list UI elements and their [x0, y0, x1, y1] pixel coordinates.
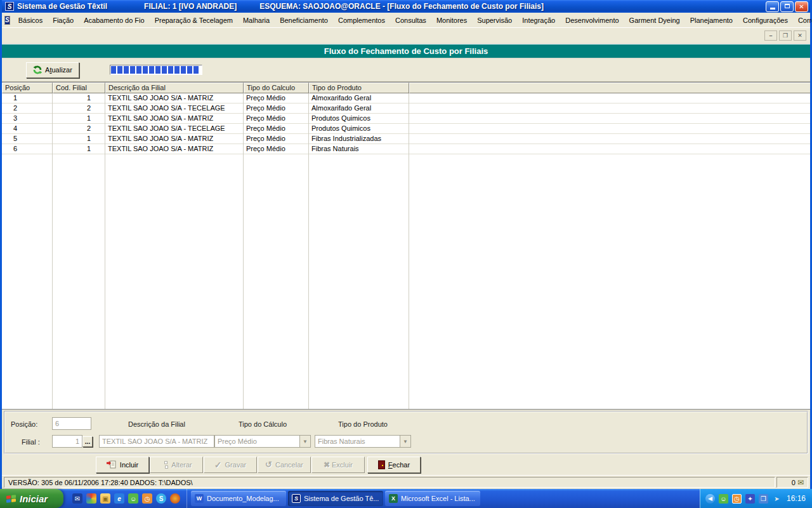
incluir-button[interactable]: Incluir — [96, 457, 149, 473]
outlook-express-icon[interactable]: ✉ — [72, 493, 82, 504]
refresh-icon — [33, 65, 42, 74]
table-row[interactable]: 6 1 TEXTIL SAO JOAO S/A - MATRIZ Preço M… — [2, 144, 810, 154]
menu-acabamento-do-fio[interactable]: Acabamento do Fio — [79, 15, 149, 26]
save-check-icon: ✓ — [214, 460, 222, 470]
filial-info: FILIAL: 1 [IVO ANDRADE] — [144, 2, 237, 11]
mdi-restore-icon[interactable]: ❐ — [779, 30, 792, 41]
progress-segment — [124, 66, 129, 74]
col-tipo-produto[interactable]: Tipo do Produto — [309, 83, 409, 93]
progress-segment — [149, 66, 154, 74]
menu-garment-dyeing[interactable]: Garment Dyeing — [624, 15, 685, 26]
progress-segment — [187, 66, 192, 74]
mdi-strip: – ❐ ✕ — [2, 28, 810, 44]
taskbar-item-sistema[interactable]: S Sistema de Gestão Tê... — [288, 491, 383, 506]
shield-icon[interactable]: ✦ — [745, 494, 755, 504]
progress-segment — [168, 66, 173, 74]
menu-preparacao-tecelagem[interactable]: Preparação & Tecelagem — [150, 15, 238, 26]
menu-planejamento[interactable]: Planejamento — [685, 15, 738, 26]
taskbar-item-excel[interactable]: X Microsoft Excel - Lista... — [385, 491, 480, 506]
progress-segment — [136, 66, 141, 74]
restore-button[interactable] — [780, 1, 794, 12]
progress-segment — [130, 66, 135, 74]
mdi-minimize-icon[interactable]: – — [764, 30, 777, 41]
folder-icon[interactable]: ▣ — [100, 493, 110, 504]
collapse-chevron-icon[interactable]: ◀ — [705, 494, 715, 504]
tipo-calculo-select[interactable]: Preço Médio ▼ — [214, 435, 311, 448]
skype-icon[interactable]: S — [156, 493, 166, 504]
descricao-field[interactable] — [99, 435, 214, 448]
menu-desenvolvimento[interactable]: Desenvolvimento — [560, 15, 624, 26]
taskbar: Iniciar ✉ ▣ e ☺ ◷ S W Documento_Modelag.… — [0, 489, 812, 508]
menu-configuracoes[interactable]: Configurações — [738, 15, 793, 26]
progress-segment — [174, 66, 180, 74]
cancel-icon: ↺ — [265, 460, 272, 469]
excluir-button: ✖ Excluir — [311, 457, 365, 473]
mdi-close-icon[interactable]: ✕ — [794, 30, 806, 41]
table-row[interactable]: 2 2 TEXTIL SAO JOAO S/A - TECELAGE Preço… — [2, 104, 810, 114]
col-cod-filial[interactable]: Cod. Filial — [53, 83, 105, 93]
menu-integracao[interactable]: Integração — [517, 15, 560, 26]
msn-icon[interactable] — [86, 493, 96, 504]
minimize-button[interactable] — [766, 1, 779, 12]
filial-browse-button[interactable]: ... — [82, 436, 93, 447]
network-icon[interactable]: ❒ — [759, 494, 768, 504]
table-row[interactable]: 3 1 TEXTIL SAO JOAO S/A - MATRIZ Preço M… — [2, 114, 810, 124]
table-row[interactable]: 4 2 TEXTIL SAO JOAO S/A - TECELAGE Preço… — [2, 124, 810, 134]
progress-segment — [193, 66, 199, 74]
browser-icon[interactable] — [170, 493, 180, 504]
mouse-icon[interactable]: ➤ — [772, 494, 782, 504]
menu-consultas[interactable]: Consultas — [390, 15, 431, 26]
tipo-produto-select[interactable]: Fibras Naturais ▼ — [315, 435, 411, 448]
exit-door-icon — [378, 460, 385, 469]
progress-segment — [155, 66, 160, 74]
close-button[interactable]: ✕ — [795, 1, 808, 12]
app-window: S Sistema de Gestão Têxtil FILIAL: 1 [IV… — [0, 0, 812, 489]
menu-monitores[interactable]: Monitores — [431, 15, 472, 26]
action-button-row: Incluir Alterar ✓ Gravar ↺ Cancelar ✖ Ex… — [2, 454, 810, 475]
menu-correio[interactable]: Correio — [793, 15, 812, 26]
progress-segment — [143, 66, 148, 74]
menu-basicos[interactable]: Básicos — [13, 15, 48, 26]
fechar-button[interactable]: Fechar — [367, 457, 421, 473]
app-icon-small: S — [4, 16, 10, 25]
clock-icon[interactable]: ◷ — [142, 493, 152, 504]
messenger-icon[interactable]: ☺ — [128, 493, 138, 504]
app-icon: S — [292, 494, 301, 503]
atualizar-button[interactable]: Atualizar — [26, 62, 79, 78]
menu-beneficiamento[interactable]: Beneficiamento — [275, 15, 333, 26]
menu-fiacao[interactable]: Fiação — [48, 15, 79, 26]
posicao-label: Posição: — [11, 420, 37, 428]
schema-info: ESQUEMA: SAOJOAO@ORACLE - [Fluxo do Fech… — [259, 2, 544, 11]
menu-supervisao[interactable]: Supervisão — [472, 15, 517, 26]
internet-explorer-icon[interactable]: e — [114, 493, 124, 504]
tipo-calculo-label: Tipo do Cálculo — [214, 420, 311, 428]
posicao-field[interactable] — [52, 417, 91, 430]
table-row[interactable]: 5 1 TEXTIL SAO JOAO S/A - MATRIZ Preço M… — [2, 134, 810, 144]
app-title: Sistema de Gestão Têxtil — [17, 2, 107, 11]
quick-launch: ✉ ▣ e ☺ ◷ S — [63, 489, 187, 508]
messenger-user-icon[interactable]: ☺ — [719, 494, 728, 504]
title-bar: S Sistema de Gestão Têxtil FILIAL: 1 [IV… — [2, 0, 810, 13]
status-bar: VERSÃO: 305 de 06/11/2006 17:28:40 DADOS… — [2, 475, 810, 489]
menu-malharia[interactable]: Malharia — [238, 15, 275, 26]
table-row[interactable]: 1 1 TEXTIL SAO JOAO S/A - MATRIZ Preço M… — [2, 93, 810, 104]
col-posicao[interactable]: Posição — [2, 83, 53, 93]
clock-icon[interactable]: ◷ — [732, 494, 742, 504]
progress-segment — [111, 66, 116, 74]
start-button[interactable]: Iniciar — [0, 489, 63, 508]
cancelar-button: ↺ Cancelar — [258, 457, 311, 473]
menu-bar: S Básicos Fiação Acabamento do Fio Prepa… — [2, 13, 810, 28]
toolbar: Atualizar — [2, 58, 810, 82]
envelope-icon[interactable]: ✉ — [797, 478, 804, 487]
col-descricao[interactable]: Descrição da Filial — [105, 83, 244, 93]
page-title: Fluxo do Fechamento de Custo por Filiais — [2, 44, 810, 58]
col-tipo-calculo[interactable]: Tipo do Calculo — [244, 83, 309, 93]
taskbar-item-word[interactable]: W Documento_Modelag... — [191, 491, 286, 506]
progress-bar — [110, 65, 202, 75]
status-version-text: VERSÃO: 305 de 06/11/2006 17:28:40 DADOS… — [4, 477, 775, 488]
filial-field[interactable] — [52, 435, 82, 448]
word-icon: W — [195, 494, 204, 503]
edit-form-panel: Posição: Filial : ... Descrição da Filia… — [4, 411, 808, 454]
edit-record-icon — [160, 461, 168, 469]
menu-complementos[interactable]: Complementos — [333, 15, 390, 26]
